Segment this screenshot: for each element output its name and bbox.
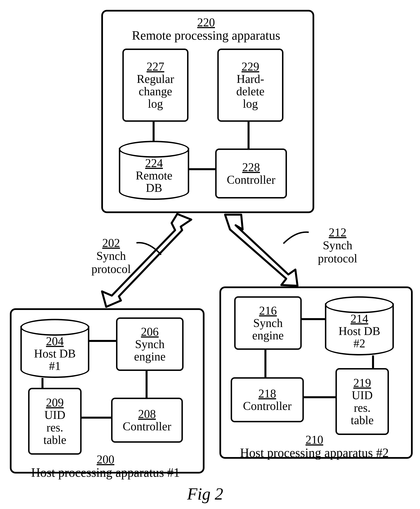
host2-ref: 210 <box>306 433 323 446</box>
host2-synch-ref: 216 <box>259 304 277 317</box>
conn <box>80 417 111 419</box>
host1-controller-box: 208 Controller <box>111 398 183 443</box>
conn <box>300 318 325 320</box>
proto-right: 212 Synchprotocol <box>308 226 367 265</box>
hard-delete-log-ref: 229 <box>241 60 259 73</box>
proto-left-ref: 202 <box>102 236 120 249</box>
conn <box>264 348 266 377</box>
host2-controller-label: Controller <box>243 400 292 412</box>
leader-right <box>283 231 309 245</box>
host1-uid-ref: 209 <box>46 396 64 409</box>
host2-db: 214 Host DB#2 <box>325 296 394 355</box>
regular-change-log-box: 227 Regularchangelog <box>122 49 188 122</box>
host1-uid-label: UIDres.table <box>43 409 66 446</box>
remote-db-label: RemoteDB <box>135 169 172 194</box>
conn <box>248 120 249 148</box>
host2-controller-box: 218 Controller <box>231 377 304 422</box>
host1-synch-label: Synchengine <box>134 338 165 363</box>
remote-title: 220 Remote processing apparatus <box>101 15 311 42</box>
host1-title: 200 Host processing apparatus #1 <box>10 453 201 479</box>
host2-controller-ref: 218 <box>258 387 276 400</box>
conn <box>302 396 336 398</box>
figure-caption: Fig 2 <box>187 484 223 504</box>
host2-synch-label: Synchengine <box>252 317 284 342</box>
remote-title-text: Remote processing apparatus <box>132 28 280 42</box>
host1-db-ref: 204 <box>46 335 64 348</box>
remote-ref: 220 <box>197 16 215 29</box>
remote-controller-ref: 228 <box>242 161 260 173</box>
conn <box>42 378 44 388</box>
leader-left <box>136 241 162 257</box>
proto-right-ref: 212 <box>329 226 346 239</box>
host2-synch-box: 216 Synchengine <box>234 296 302 350</box>
host1-ref: 200 <box>97 453 114 466</box>
host1-title-text: Host processing apparatus #1 <box>31 465 180 479</box>
proto-left-label: Synchprotocol <box>91 249 131 275</box>
remote-controller-label: Controller <box>227 174 275 186</box>
hard-delete-log-label: Hard-deletelog <box>236 73 265 110</box>
host1-synch-box: 206 Synchengine <box>116 317 184 371</box>
regular-change-log-ref: 227 <box>147 60 164 73</box>
remote-db: 224 RemoteDB <box>119 141 189 200</box>
remote-db-ref: 224 <box>145 156 163 170</box>
host2-title: 210 Host processing apparatus #2 <box>219 433 409 459</box>
conn <box>153 120 155 141</box>
hard-delete-log-box: 229 Hard-deletelog <box>217 49 283 122</box>
proto-right-label: Synchprotocol <box>318 239 357 265</box>
regular-change-log-label: Regularchangelog <box>137 73 174 110</box>
host1-db: 204 Host DB#1 <box>20 319 89 378</box>
host1-controller-ref: 208 <box>138 408 156 420</box>
host2-uid-label: UIDres.table <box>351 389 374 426</box>
host1-synch-ref: 206 <box>141 326 159 338</box>
conn <box>372 355 374 368</box>
proto-left: 202 Synchprotocol <box>82 237 141 276</box>
host2-db-label: Host DB#2 <box>338 324 380 350</box>
host1-db-label: Host DB#1 <box>34 347 76 372</box>
host1-uid-box: 209 UIDres.table <box>28 388 82 455</box>
conn <box>89 340 116 342</box>
host2-db-ref: 214 <box>351 312 368 325</box>
synch-arrow-right <box>219 211 304 290</box>
host1-controller-label: Controller <box>123 420 171 432</box>
conn <box>146 370 148 398</box>
host2-uid-box: 219 UIDres.table <box>336 368 389 435</box>
svg-marker-1 <box>225 215 298 286</box>
host2-title-text: Host processing apparatus #2 <box>240 446 389 460</box>
conn <box>189 168 216 170</box>
remote-controller-box: 228 Controller <box>215 148 287 199</box>
host2-uid-ref: 219 <box>353 377 371 389</box>
